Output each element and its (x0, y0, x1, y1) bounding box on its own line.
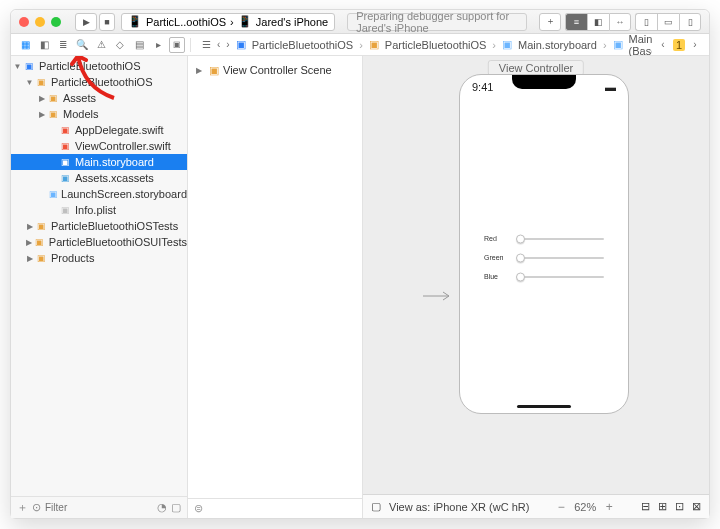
entry-point-arrow-icon (423, 288, 455, 304)
filter-icon[interactable]: ⊜ (194, 502, 203, 515)
close-window-button[interactable] (19, 17, 29, 27)
report-navigator-icon[interactable]: ▣ (169, 37, 185, 53)
row-label: Main.storyboard (75, 156, 154, 168)
slider-knob[interactable] (516, 234, 525, 243)
group-tests[interactable]: ▶▣ ParticleBluetoothiOSTests (11, 218, 187, 234)
constraints-align-icon[interactable]: ⊞ (658, 500, 667, 513)
status-time: 9:41 (472, 81, 493, 93)
source-control-navigator-icon[interactable]: ◧ (36, 37, 52, 53)
toggle-navigator-button[interactable]: ▯ (635, 13, 657, 31)
canvas-bottom-bar: ▢ View as: iPhone XR (wC hR) − 62% + ⊟ ⊞… (363, 494, 709, 518)
constraints-embed-icon[interactable]: ⊠ (692, 500, 701, 513)
toggle-inspector-button[interactable]: ▯ (679, 13, 701, 31)
zoom-level[interactable]: 62% (574, 501, 596, 513)
slider-track[interactable] (518, 276, 604, 278)
slider-stack: Red Green Blue (484, 235, 604, 280)
device-preview[interactable]: 9:41 ▬ Red Green Blue (459, 74, 629, 414)
filter-icon[interactable]: ⊙ (32, 501, 41, 514)
symbol-navigator-icon[interactable]: ≣ (55, 37, 71, 53)
filter-input[interactable] (45, 502, 105, 513)
standard-editor-button[interactable]: ≡ (565, 13, 587, 31)
toggle-debug-button[interactable]: ▭ (657, 13, 679, 31)
project-root[interactable]: ▼▣ ParticleBluetoothiOS (11, 58, 187, 74)
stop-button[interactable]: ■ (99, 13, 115, 31)
slider-label: Blue (484, 273, 510, 280)
version-editor-button[interactable]: ↔ (609, 13, 631, 31)
file-infoplist[interactable]: ▣ Info.plist (11, 202, 187, 218)
constraints-pin-icon[interactable]: ⊡ (675, 500, 684, 513)
folder-icon: ▣ (369, 38, 379, 51)
chevron-right-icon: › (230, 16, 234, 28)
issue-navigator-icon[interactable]: ⚠ (93, 37, 109, 53)
outline-tree[interactable]: ▶ ▣ View Controller Scene (188, 56, 362, 498)
breakpoint-navigator-icon[interactable]: ▸ (150, 37, 166, 53)
group-assets[interactable]: ▶▣ Assets (11, 90, 187, 106)
storyboard-icon: ▣ (613, 38, 623, 51)
library-button[interactable]: ＋ (539, 13, 561, 31)
status-bar: 9:41 ▬ (460, 81, 628, 93)
assistant-editor-button[interactable]: ◧ (587, 13, 609, 31)
group-uitests[interactable]: ▶▣ ParticleBluetoothiOSUITests (11, 234, 187, 250)
file-launchscreen[interactable]: ▣ LaunchScreen.storyboard (11, 186, 187, 202)
zoom-out-button[interactable]: − (554, 500, 568, 514)
row-label: ParticleBluetoothiOSTests (51, 220, 178, 232)
device-config-icon[interactable]: ▢ (371, 500, 381, 513)
warning-badge[interactable]: 1 (673, 39, 685, 51)
outline-scene-row[interactable]: ▶ ▣ View Controller Scene (192, 62, 358, 78)
view-as-label[interactable]: View as: iPhone XR (wC hR) (389, 501, 529, 513)
zoom-control: − 62% + (554, 500, 616, 514)
constraints-resolve-icon[interactable]: ⊟ (641, 500, 650, 513)
status-text: Preparing debugger support for Jared's i… (356, 10, 518, 34)
find-navigator-icon[interactable]: 🔍 (74, 37, 90, 53)
slider-green[interactable]: Green (484, 254, 604, 261)
add-icon[interactable]: ＋ (17, 500, 28, 515)
forward-button[interactable]: › (226, 37, 229, 53)
file-xcassets[interactable]: ▣ Assets.xcassets (11, 170, 187, 186)
file-main-storyboard[interactable]: ▣ Main.storyboard (11, 154, 187, 170)
canvas-body[interactable]: View Controller 9:41 ▬ Red (363, 56, 709, 494)
editor-mode-segmented[interactable]: ≡ ◧ ↔ (565, 13, 631, 31)
test-navigator-icon[interactable]: ◇ (112, 37, 128, 53)
app-icon: 📱 (128, 15, 142, 28)
zoom-window-button[interactable] (51, 17, 61, 27)
related-items-icon[interactable]: ☰ (202, 37, 211, 53)
jump-item-0[interactable]: ParticleBluetoothiOS (252, 39, 354, 51)
navigator-selector-bar: ▦ ◧ ≣ 🔍 ⚠ ◇ ▤ ▸ ▣ ☰ ‹ › ▣ ParticleBlueto… (11, 34, 709, 56)
row-label: AppDelegate.swift (75, 124, 164, 136)
slider-track[interactable] (518, 257, 604, 259)
navigator-filter-bar: ＋ ⊙ ◔ ▢ (11, 496, 187, 518)
zoom-in-button[interactable]: + (602, 500, 616, 514)
panel-toggle-segmented[interactable]: ▯ ▭ ▯ (635, 13, 701, 31)
history-back-icon[interactable]: ‹ (655, 37, 671, 53)
group-app[interactable]: ▼▣ ParticleBluetoothiOS (11, 74, 187, 90)
group-models[interactable]: ▶▣ Models (11, 106, 187, 122)
run-destination: Jared's iPhone (256, 16, 328, 28)
jump-bar[interactable]: ☰ ‹ › ▣ ParticleBluetoothiOS › ▣ Particl… (196, 33, 652, 57)
slider-track[interactable] (518, 238, 604, 240)
outline-filter-bar: ⊜ (188, 498, 362, 518)
minimize-window-button[interactable] (35, 17, 45, 27)
slider-red[interactable]: Red (484, 235, 604, 242)
slider-knob[interactable] (516, 272, 525, 281)
debug-navigator-icon[interactable]: ▤ (131, 37, 147, 53)
row-label: Models (63, 108, 98, 120)
jump-item-1[interactable]: ParticleBluetoothiOS (385, 39, 487, 51)
scm-filter-icon[interactable]: ▢ (171, 501, 181, 514)
jump-item-2[interactable]: Main.storyboard (518, 39, 597, 51)
jump-item-3[interactable]: Main.storyboard (Base) (629, 33, 652, 57)
row-label: ParticleBluetoothiOS (51, 76, 153, 88)
scene-icon: ▣ (209, 64, 219, 77)
back-button[interactable]: ‹ (217, 37, 220, 53)
group-products[interactable]: ▶▣ Products (11, 250, 187, 266)
battery-icon: ▬ (605, 81, 616, 93)
recent-filter-icon[interactable]: ◔ (157, 501, 167, 514)
slider-blue[interactable]: Blue (484, 273, 604, 280)
file-viewcontroller[interactable]: ▣ ViewController.swift (11, 138, 187, 154)
file-tree[interactable]: ▼▣ ParticleBluetoothiOS ▼▣ ParticleBluet… (11, 56, 187, 496)
history-forward-icon[interactable]: › (687, 37, 703, 53)
scheme-selector[interactable]: 📱 ParticL..oothiOS › 📱 Jared's iPhone (121, 13, 335, 31)
run-button[interactable]: ▶ (75, 13, 97, 31)
file-appdelegate[interactable]: ▣ AppDelegate.swift (11, 122, 187, 138)
project-navigator-icon[interactable]: ▦ (17, 37, 33, 53)
slider-knob[interactable] (516, 253, 525, 262)
